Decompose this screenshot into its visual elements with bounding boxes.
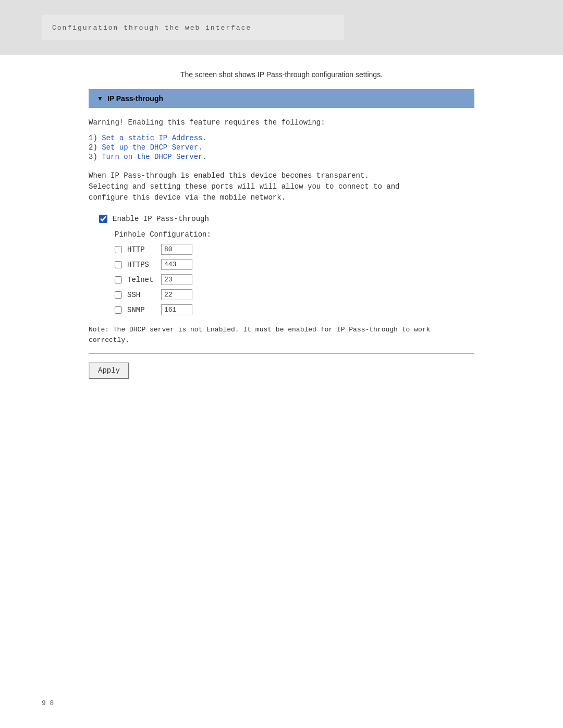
apply-button[interactable]: Apply bbox=[89, 362, 129, 379]
ssh-checkbox[interactable] bbox=[115, 291, 122, 299]
https-label: HTTPS bbox=[127, 261, 161, 269]
https-checkbox[interactable] bbox=[115, 261, 122, 268]
enable-ip-passthrough-checkbox[interactable] bbox=[99, 215, 107, 223]
pinhole-row-https: HTTPS bbox=[115, 259, 474, 270]
enable-label: Enable IP Pass-through bbox=[113, 215, 209, 223]
header-band-inner: Configuration through the web interface bbox=[42, 15, 344, 40]
telnet-checkbox[interactable] bbox=[115, 276, 122, 283]
enable-row: Enable IP Pass-through bbox=[99, 215, 474, 223]
http-checkbox[interactable] bbox=[115, 246, 122, 253]
warning-text: Warning! Enabling this feature requires … bbox=[89, 118, 474, 127]
pinhole-section: Pinhole Configuration: HTTP HTTPS Telnet bbox=[115, 230, 474, 315]
ssh-label: SSH bbox=[127, 291, 161, 299]
intro-text: The screen shot shows IP Pass-through co… bbox=[89, 70, 474, 79]
http-input[interactable] bbox=[161, 244, 192, 255]
pinhole-row-telnet: Telnet bbox=[115, 274, 474, 285]
section-title: IP Pass-through bbox=[107, 94, 163, 103]
link-item-1-anchor[interactable]: Set a static IP Address. bbox=[102, 134, 207, 142]
chevron-icon: ▼ bbox=[97, 95, 103, 102]
main-content: The screen shot shows IP Pass-through co… bbox=[47, 70, 516, 379]
telnet-label: Telnet bbox=[127, 276, 161, 284]
header-label: Configuration through the web interface bbox=[52, 24, 251, 32]
ssh-input[interactable] bbox=[161, 289, 192, 300]
telnet-input[interactable] bbox=[161, 274, 192, 285]
https-input[interactable] bbox=[161, 259, 192, 270]
page-wrapper: Configuration through the web interface … bbox=[0, 0, 563, 728]
page-number: 9 8 bbox=[42, 699, 54, 707]
link-item-1: 1) Set a static IP Address. bbox=[89, 134, 474, 142]
link-item-3-anchor[interactable]: Turn on the DHCP Server. bbox=[102, 153, 207, 161]
link-item-2: 2) Set up the DHCP Server. bbox=[89, 143, 474, 152]
header-band: Configuration through the web interface bbox=[0, 0, 563, 55]
description-text: When IP Pass-through is enabled this dev… bbox=[89, 170, 474, 203]
pinhole-row-snmp: SNMP bbox=[115, 304, 474, 315]
snmp-checkbox[interactable] bbox=[115, 306, 122, 314]
link-item-2-anchor[interactable]: Set up the DHCP Server. bbox=[102, 143, 202, 152]
link-item-3-prefix: 3) bbox=[89, 153, 102, 161]
snmp-input[interactable] bbox=[161, 304, 192, 315]
note-text: Note: The DHCP server is not Enabled. It… bbox=[89, 325, 474, 345]
link-list: 1) Set a static IP Address. 2) Set up th… bbox=[89, 134, 474, 161]
section-header: ▼ IP Pass-through bbox=[89, 89, 474, 108]
pinhole-title: Pinhole Configuration: bbox=[115, 230, 474, 239]
divider bbox=[89, 353, 474, 354]
pinhole-row-http: HTTP bbox=[115, 244, 474, 255]
link-item-2-prefix: 2) bbox=[89, 143, 102, 152]
pinhole-row-ssh: SSH bbox=[115, 289, 474, 300]
link-item-3: 3) Turn on the DHCP Server. bbox=[89, 153, 474, 161]
snmp-label: SNMP bbox=[127, 306, 161, 314]
http-label: HTTP bbox=[127, 245, 161, 254]
link-item-1-prefix: 1) bbox=[89, 134, 102, 142]
